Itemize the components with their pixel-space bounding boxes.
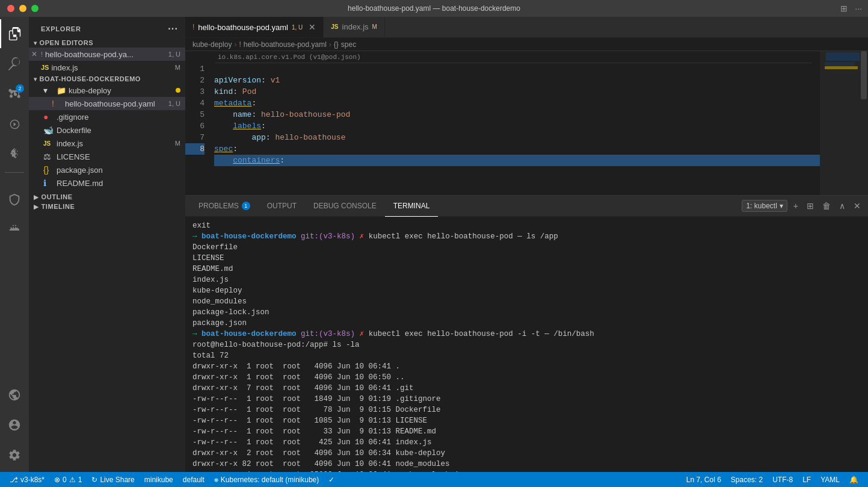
status-notifications[interactable]: 🔔 [845,472,863,487]
project-arrow: ▾ [34,76,37,82]
tab-output[interactable]: OUTPUT [259,196,305,217]
file-license[interactable]: ⚖ LICENSE [29,150,185,163]
editor-scrollbar[interactable] [860,51,868,195]
layout-icon[interactable]: ⊞ [840,4,848,13]
sidebar: EXPLORER ··· ▾ OPEN EDITORS ✕ ! hello-bo… [29,17,185,472]
open-editor-yaml[interactable]: ✕ ! hello-boathouse-pod.ya... 1, U [29,48,185,61]
maximize-window-button[interactable] [31,5,38,12]
status-encoding[interactable]: UTF-8 [768,472,798,487]
warning-icon: ⚠ [69,476,76,484]
activity-docker[interactable] [0,216,29,244]
timeline-arrow: ▶ [34,203,39,210]
line-numbers: 1 2 3 4 5 6 7 8 [185,51,209,195]
live-share-label: Live Share [100,476,134,484]
file-index-js-badge: M [175,140,180,147]
term-line-exit: exit [192,220,861,231]
titlebar: hello-boathouse-pod.yaml — boat-house-do… [0,0,868,17]
terminal-content[interactable]: exit → boat-house-dockerdemo git:(v3-k8s… [185,217,868,472]
status-default[interactable]: default [178,472,209,487]
status-language[interactable]: YAML [816,472,845,487]
activity-settings[interactable] [0,441,29,470]
activity-source-control[interactable]: 2 [0,79,29,108]
activity-bar: 2 [0,17,29,472]
term-file-dockerfile: -rw-r--r-- 1 root root 78 Jun 9 01:15 Do… [192,405,861,415]
file-index-js[interactable]: JS index.js M [29,137,185,150]
breadcrumb-file-icon: ! [239,40,241,49]
status-minikube[interactable]: minikube [140,472,178,487]
window-title: hello-boathouse-pod.yaml — boat-house-do… [348,4,520,13]
term-file-license: -rw-r--r-- 1 root root 1085 Jun 9 01:13 … [192,415,861,426]
readme-icon: ℹ [43,178,53,188]
breadcrumb-kube-deploy[interactable]: kube-deploy [192,40,232,49]
term-dir-kube: drwxr-xr-x 2 root root 4096 Jun 10 06:34… [192,448,861,459]
tab-terminal[interactable]: TERMINAL [385,196,439,217]
status-spaces[interactable]: Spaces: 2 [726,472,768,487]
split-terminal-button[interactable]: ⊞ [804,200,816,212]
tab-problems[interactable]: PROBLEMS 1 [190,196,259,217]
error-icon: ⊗ [54,476,60,484]
activity-search[interactable] [0,49,29,78]
file-readme-name: README.md [57,179,103,188]
folder-kube-deploy[interactable]: ▾ 📁 kube-deploy [29,84,185,97]
tab-yaml-close[interactable]: ✕ [309,22,316,32]
maximize-panel-button[interactable]: ∧ [837,200,848,212]
term-dir-git: drwxr-xr-x 7 root root 4096 Jun 10 06:41… [192,383,861,394]
language-label: YAML [820,476,840,484]
editor-area: ! hello-boathouse-pod.yaml 1, U ✕ JS ind… [185,17,868,472]
outline-section[interactable]: ▶ OUTLINE [29,192,185,202]
status-line-col[interactable]: Ln 7, Col 6 [682,472,726,487]
file-index-js-name: index.js [57,139,83,148]
tab-debug-console[interactable]: DEBUG CONSOLE [305,196,385,217]
code-content[interactable]: apiVersion: v1 kind: Pod metadata: name:… [209,51,820,195]
status-branch[interactable]: ⎇ v3-k8s* [5,472,49,487]
new-terminal-button[interactable]: + [791,200,801,212]
close-window-button[interactable] [7,5,14,12]
source-control-badge: 2 [16,84,24,93]
file-dockerfile[interactable]: 🐋 Dockerfile [29,123,185,137]
status-line-ending[interactable]: LF [798,472,816,487]
minimize-window-button[interactable] [19,5,26,12]
line-col: Ln 7, Col 6 [686,476,721,484]
term-out-node-modules: node_modules [192,296,861,307]
project-section[interactable]: ▾ BOAT-HOUSE-DOCKERDEMO [29,74,185,84]
sidebar-more-button[interactable]: ··· [168,23,178,34]
close-panel-button[interactable]: ✕ [851,200,863,212]
timeline-section[interactable]: ▶ TIMELINE [29,202,185,211]
encoding-label: UTF-8 [772,476,793,484]
breadcrumb-spec[interactable]: spec [341,40,356,49]
outline-arrow: ▶ [34,194,39,200]
tab-js[interactable]: JS index.js M [324,17,385,37]
code-editor[interactable]: io.k8s.api.core.v1.Pod (v1@pod.json) 1 2… [185,51,868,195]
sidebar-header: EXPLORER ··· [29,17,185,38]
folder-arrow-icon: ▾ [43,85,53,95]
activity-kubernetes[interactable] [0,185,29,214]
file-gitignore[interactable]: ● .gitignore [29,110,185,123]
status-live-share[interactable]: ↻ Live Share [87,472,139,487]
term-out-package: package.json [192,318,861,329]
file-package-json[interactable]: {} package.json [29,163,185,176]
activity-accounts[interactable] [0,411,29,439]
file-readme[interactable]: ℹ README.md [29,176,185,190]
editor-scrollbar-thumb [861,51,867,99]
file-hello-boathouse-pod-yaml[interactable]: ! hello-boathouse-pod.yaml 1, U [29,97,185,110]
breadcrumb-filename[interactable]: hello-boathouse-pod.yaml [244,40,327,49]
status-kubernetes[interactable]: ⎈ Kubernetes: default (minikube) [209,472,324,487]
activity-remote-explorer[interactable] [0,380,29,409]
open-editors-section[interactable]: ▾ OPEN EDITORS [29,38,185,48]
activity-extensions[interactable] [0,140,29,169]
kill-terminal-button[interactable]: 🗑 [820,200,833,212]
more-actions-icon[interactable]: ··· [855,4,862,13]
status-check[interactable]: ✓ [324,472,339,487]
schema-hint: io.k8s.api.core.v1.Pod (v1@pod.json) [215,51,811,63]
activity-explorer[interactable] [0,19,29,48]
tab-yaml[interactable]: ! hello-boathouse-pod.yaml 1, U ✕ [185,17,324,37]
close-yaml-button[interactable]: ✕ [31,50,37,58]
panel: PROBLEMS 1 OUTPUT DEBUG CONSOLE TERMINAL [185,195,868,472]
panel-actions: 1: kubectl ▾ + ⊞ 🗑 ∧ ✕ [742,200,863,212]
project-label: BOAT-HOUSE-DOCKERDEMO [40,75,141,82]
status-errors[interactable]: ⊗ 0 ⚠ 1 [49,472,87,487]
terminal-selector[interactable]: 1: kubectl ▾ [742,200,787,212]
file-yaml-badge: 1, U [168,100,180,107]
open-editor-js[interactable]: JS index.js M [29,61,185,74]
activity-run-debug[interactable] [0,110,29,138]
